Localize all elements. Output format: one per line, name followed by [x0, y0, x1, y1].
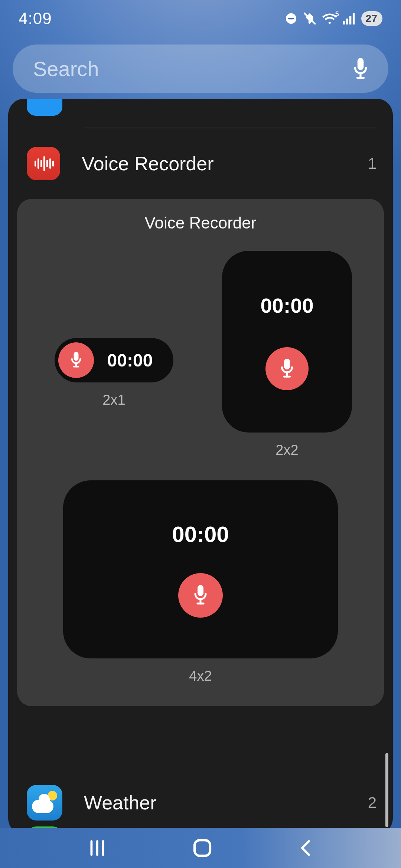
widget-2x1-time: 00:00	[90, 350, 170, 371]
widget-picker-sheet: Voice Recorder 1 Voice Recorder 00:00 2x…	[8, 99, 393, 835]
record-button-icon	[265, 347, 309, 390]
home-button[interactable]	[192, 838, 213, 858]
svg-rect-3	[346, 19, 348, 24]
svg-rect-16	[74, 352, 79, 361]
svg-rect-1	[288, 18, 294, 19]
widget-size-label-4x2: 4x2	[189, 668, 212, 684]
svg-rect-2	[343, 21, 345, 24]
app-widget-count: 1	[368, 155, 376, 172]
app-row-voice-recorder[interactable]: Voice Recorder 1	[8, 139, 393, 188]
weather-app-icon	[27, 785, 62, 821]
recents-button[interactable]	[87, 838, 108, 858]
svg-rect-6	[358, 58, 364, 70]
mute-icon	[303, 11, 317, 26]
widget-size-label-2x1: 2x1	[102, 392, 125, 408]
search-field[interactable]: Search	[13, 45, 388, 93]
app-row-weather[interactable]: Weather 2	[8, 777, 393, 829]
battery-percent: 27	[366, 13, 377, 24]
svg-rect-22	[198, 585, 203, 596]
back-button[interactable]	[297, 838, 314, 858]
battery-indicator: 27	[361, 11, 382, 26]
wifi-icon: 5	[322, 13, 338, 24]
record-button-icon	[178, 573, 223, 618]
widget-4x2-time: 00:00	[172, 522, 229, 547]
clock: 4:09	[19, 9, 52, 28]
app-name-label: Weather	[84, 792, 368, 814]
widget-size-label-2x2: 2x2	[276, 442, 298, 458]
app-name-label: Voice Recorder	[82, 152, 368, 175]
app-widget-count: 2	[368, 794, 376, 812]
scrollbar-thumb[interactable]	[385, 753, 388, 827]
previous-app-peek[interactable]	[27, 99, 62, 116]
widget-card-voice-recorder: Voice Recorder 00:00 2x1 00:00	[17, 199, 384, 706]
voice-recorder-app-icon	[27, 147, 60, 180]
svg-rect-5	[353, 13, 355, 24]
widget-preview-4x2[interactable]: 00:00	[63, 480, 338, 658]
widget-card-title: Voice Recorder	[27, 214, 374, 232]
signal-icon	[343, 13, 356, 24]
search-placeholder: Search	[33, 57, 351, 81]
divider	[82, 128, 376, 128]
navigation-bar	[0, 828, 401, 868]
widget-preview-2x1[interactable]: 00:00	[55, 338, 173, 382]
record-button-icon	[58, 342, 94, 378]
mic-icon[interactable]	[351, 57, 370, 80]
widget-2x2-time: 00:00	[260, 293, 313, 318]
svg-rect-4	[349, 16, 351, 24]
svg-rect-28	[195, 840, 210, 856]
status-bar: 4:09 5 27	[0, 0, 401, 37]
svg-rect-19	[284, 358, 290, 369]
widget-preview-2x2[interactable]: 00:00	[222, 251, 352, 433]
status-icons: 5 27	[285, 11, 382, 26]
dnd-icon	[285, 12, 297, 25]
